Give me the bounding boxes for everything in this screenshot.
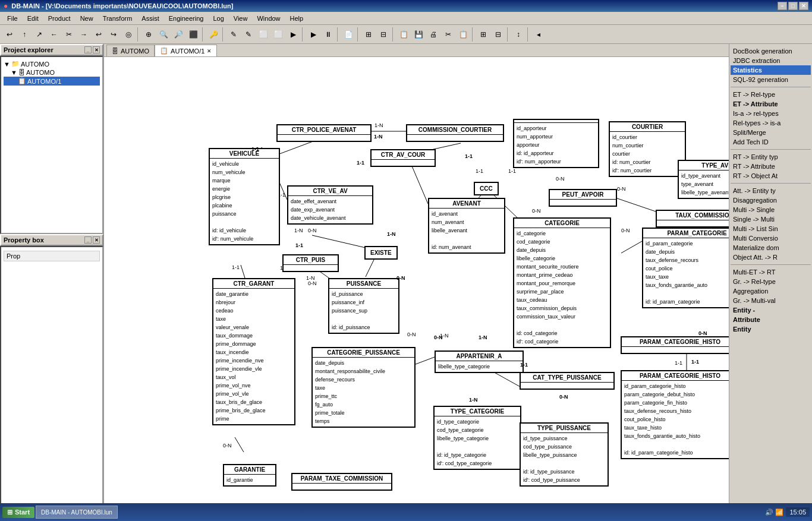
toolbar-btn-17[interactable]: ⬜ [256, 27, 270, 42]
right-panel-splitmerge[interactable]: Split/Merge [731, 128, 811, 137]
entity-peut-avpoir[interactable]: PEUT_AVPOIR [549, 189, 617, 207]
menu-item-log[interactable]: Log [208, 14, 228, 23]
entity-existe[interactable]: EXISTE [364, 246, 398, 260]
entity-type-avenant[interactable]: TYPE_AVENANT id_type_avenanttype_avenant… [678, 160, 729, 199]
menu-item-file[interactable]: File [2, 14, 23, 23]
minimize-button[interactable]: − [778, 2, 787, 10]
right-panel-att-entitytype[interactable]: Att. -> Entity ty [731, 186, 811, 195]
right-panel-addtech[interactable]: Add Tech ID [731, 137, 811, 147]
toolbar-btn-3[interactable]: ↗ [32, 27, 46, 42]
toolbar-btn-26[interactable]: 💾 [411, 27, 426, 42]
toolbar-btn-28[interactable]: ✂ [441, 27, 455, 42]
menu-item-product[interactable]: Product [43, 14, 75, 23]
toolbar-btn-14[interactable]: 🔑 [206, 27, 221, 42]
toolbar-btn-16[interactable]: ✎ [241, 27, 256, 42]
canvas-area[interactable]: 1-N 1-1 1-1 1-1 0-N 0-N 0-N 0-N [104, 57, 729, 521]
right-panel-multiet-rt[interactable]: Multi-ET -> RT [731, 267, 811, 277]
maximize-button[interactable]: □ [788, 2, 798, 10]
toolbar-btn-5[interactable]: ✂ [62, 27, 76, 42]
tab-automo[interactable]: 🗄 AUTOMO [106, 45, 155, 56]
right-panel-single-multi[interactable]: Single -> Multi [731, 214, 811, 224]
right-panel-gr-multival[interactable]: Gr. -> Multi-val [731, 296, 811, 305]
property-close-button[interactable]: ✕ [93, 236, 100, 244]
right-panel-objectatt-r[interactable]: Object Att. -> R [731, 252, 811, 262]
menu-item-view[interactable]: View [229, 14, 253, 23]
right-panel-rt-objectatt[interactable]: RT -> Object At [731, 171, 811, 181]
toolbar-btn-21[interactable]: ⏸ [321, 27, 335, 42]
toolbar-btn-32[interactable]: ↕ [511, 27, 525, 42]
toolbar-btn-18[interactable]: ⬜ [271, 27, 285, 42]
toolbar-btn-24[interactable]: ⊟ [376, 27, 391, 42]
right-panel-attribute-item[interactable]: Attribute [731, 315, 811, 324]
toolbar-btn-30[interactable]: ⊞ [476, 27, 490, 42]
toolbar-btn-27[interactable]: 🖨 [426, 27, 440, 42]
right-panel-rt-attribute[interactable]: RT -> Attribute [731, 162, 811, 171]
right-panel-isa-reltypes[interactable]: Is-a -> rel-types [731, 109, 811, 118]
tree-item-automo-db[interactable]: ▼ 🗄 AUTOMO [4, 68, 100, 77]
toolbar-btn-20[interactable]: ▶ [306, 27, 320, 42]
right-panel-disaggregation[interactable]: Disaggregation [731, 195, 811, 205]
entity-courtier[interactable]: COURTIER id_courtiernum_courtiercourtier… [609, 121, 686, 177]
entity-categorie[interactable]: CATEGORIE id_categoriecod_categoriedate_… [513, 217, 611, 348]
toolbar-btn-11[interactable]: 🔍 [156, 27, 171, 42]
menu-item-assist[interactable]: Assist [137, 14, 163, 23]
entity-type-puissance[interactable]: TYPE_PUISSANCE id_type_puissancecod_type… [520, 422, 609, 487]
toolbar-btn-10[interactable]: ⊕ [141, 27, 156, 42]
right-panel-multi-conv[interactable]: Multi Conversio [731, 233, 811, 243]
toolbar-btn-8[interactable]: ↪ [106, 27, 121, 42]
toolbar-btn-33[interactable]: ◂ [531, 27, 546, 42]
toolbar-btn-19[interactable]: ▶ [286, 27, 300, 42]
entity-taux-commission-histo[interactable]: TAUX_COMMISSION_HISTO [656, 210, 729, 228]
toolbar-btn-1[interactable]: ↩ [2, 27, 17, 42]
entity-param-categorie-histo-main[interactable]: PARAM_CATEGORIE_HISTO id_param_categorie… [621, 370, 729, 459]
tree-item-automo1[interactable]: 📋 AUTOMO/1 [4, 77, 100, 86]
right-panel-entity-item[interactable]: Entity [731, 324, 811, 334]
right-panel-docbook[interactable]: DocBook generation [731, 46, 811, 56]
right-panel-entity-dash[interactable]: Entity - [731, 305, 811, 315]
entity-apporteur[interactable]: id_apporteurnum_apporteurapporteurid: id… [513, 119, 599, 168]
right-panel-statistics[interactable]: Statistics [731, 65, 811, 75]
property-minimize-button[interactable]: _ [84, 236, 92, 244]
entity-ccc[interactable]: CCC [474, 182, 499, 195]
entity-puissance[interactable]: PUISSANCE id_puissancepuissance_infpuiss… [328, 278, 399, 334]
entity-param-taxe-commission[interactable]: PARAM_TAXE_COMMISSION [291, 473, 392, 491]
toolbar-btn-6[interactable]: → [77, 27, 91, 42]
entity-avenant[interactable]: AVENANT id_avenantnum_avenantlibelle_ave… [428, 198, 505, 254]
toolbar-btn-12[interactable]: 🔎 [171, 27, 185, 42]
toolbar-btn-13[interactable]: ⬛ [186, 27, 200, 42]
entity-ctr-garant[interactable]: CTR_GARANT date_garantienbrejourcedeaota… [212, 278, 295, 425]
entity-type-categorie[interactable]: TYPE_CATEGORIE id_type_categoriecod_type… [433, 406, 521, 470]
menu-item-new[interactable]: New [75, 14, 98, 23]
menu-item-engineering[interactable]: Engineering [164, 14, 209, 23]
toolbar-btn-23[interactable]: ⊞ [361, 27, 376, 42]
entity-param-categorie[interactable]: PARAM_CATEGORIE id_param_categoriedate_d… [642, 228, 729, 308]
toolbar-btn-4[interactable]: ← [47, 27, 61, 42]
entity-param-categorie-histo-top[interactable]: PARAM_CATEGORIE_HISTO [621, 336, 729, 354]
entity-appartenir-a[interactable]: APPARTENIR_A libelle_type_categorie [435, 351, 524, 373]
right-panel-rt-entitytype[interactable]: RT -> Entity typ [731, 152, 811, 162]
right-panel-sql[interactable]: SQL-92 generation [731, 75, 811, 84]
right-panel-et-attribute[interactable]: ET -> Attribute [731, 99, 811, 109]
toolbar-btn-22[interactable]: 📄 [341, 27, 355, 42]
tab-close-button[interactable]: ✕ [207, 48, 212, 54]
right-panel-multi-single[interactable]: Multi -> Single [731, 205, 811, 214]
toolbar-btn-9[interactable]: ◎ [121, 27, 136, 42]
right-panel-et-reltype[interactable]: ET -> Rel-type [731, 90, 811, 99]
right-panel-materialize[interactable]: Materialize dom [731, 243, 811, 252]
menu-item-transform[interactable]: Transform [98, 14, 137, 23]
taskbar-item-app[interactable]: DB-MAIN - AUTOMOBI.lun [36, 506, 118, 519]
entity-garantie[interactable]: GARANTIE id_garantie [223, 464, 276, 487]
toolbar-btn-31[interactable]: ⊟ [491, 27, 505, 42]
close-button[interactable]: ✕ [799, 2, 808, 10]
toolbar-btn-7[interactable]: ↩ [92, 27, 106, 42]
tree-item-automo-root[interactable]: ▼ 📁 AUTOMO [4, 59, 100, 68]
right-panel-aggregation[interactable]: Aggregation [731, 286, 811, 296]
menu-item-edit[interactable]: Edit [23, 14, 43, 23]
entity-cat-type-puissance[interactable]: CAT_TYPE_PUISSANCE [520, 372, 615, 390]
menu-item-help[interactable]: Help [285, 14, 309, 23]
menu-item-window[interactable]: Window [252, 14, 285, 23]
toolbar-btn-2[interactable]: ↑ [17, 27, 32, 42]
start-button[interactable]: ⊞ Start [2, 507, 34, 518]
entity-commission-courtier[interactable]: COMMISSION_COURTIER [406, 124, 504, 142]
panel-minimize-button[interactable]: _ [84, 46, 92, 53]
